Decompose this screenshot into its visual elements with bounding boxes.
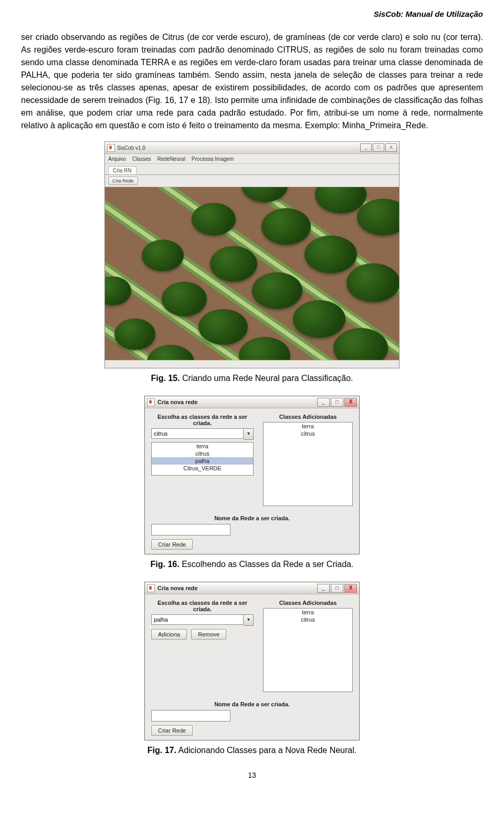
orchard-image <box>105 187 399 360</box>
caption-15-text: Criando uma Rede Neural para Classificaç… <box>180 374 353 383</box>
caption-17-label: Fig. 17. <box>148 746 176 755</box>
titlebar: SisCob v1.0 _ □ X <box>105 142 399 154</box>
added-listbox[interactable]: terra citrus <box>263 422 353 506</box>
page-number: 13 <box>21 771 483 779</box>
caption-16-text: Escolhendo as Classes da Rede a ser Cria… <box>180 560 354 569</box>
list-item[interactable]: citrus <box>264 430 352 437</box>
java-icon <box>147 584 155 592</box>
java-icon <box>107 144 115 152</box>
network-name-input[interactable] <box>151 524 230 536</box>
maximize-button[interactable]: □ <box>331 584 343 593</box>
figure-16: Cria nova rede _ □ X Escolha as classes … <box>21 396 483 554</box>
body-paragraph: ser criado observando as regiões de Citr… <box>21 31 483 132</box>
menubar: Arquivo Classes RedeNeural Processa Imag… <box>105 154 399 164</box>
network-name-input[interactable] <box>151 710 230 722</box>
list-item[interactable]: citrus <box>264 616 352 623</box>
list-item[interactable]: citrus <box>152 450 253 457</box>
adiciona-button[interactable]: Adiciona <box>151 629 187 640</box>
figure-15: SisCob v1.0 _ □ X Arquivo Classes RedeNe… <box>21 141 483 368</box>
class-combo[interactable]: ▾ <box>151 614 254 626</box>
menu-classes[interactable]: Classes <box>132 156 151 162</box>
maximize-button[interactable]: □ <box>331 398 343 407</box>
dialog-title: Cria nova rede <box>158 585 197 591</box>
menu-processa[interactable]: Processa Imagem <box>192 156 234 162</box>
menu-redeneural[interactable]: RedeNeural <box>157 156 185 162</box>
image-canvas[interactable] <box>105 187 399 360</box>
right-label: Classes Adicionadas <box>263 414 353 420</box>
minimize-button[interactable]: _ <box>317 584 330 593</box>
caption-17: Fig. 17. Adicionando Classes para a Nova… <box>21 746 483 755</box>
list-item[interactable]: palha <box>152 457 253 465</box>
dialog-cria-rede-16: Cria nova rede _ □ X Escolha as classes … <box>144 396 360 554</box>
minimize-button[interactable]: _ <box>317 398 330 407</box>
tabbar: Cria RN <box>105 164 399 175</box>
name-label: Nome da Rede a ser criada. <box>151 701 353 707</box>
class-listbox[interactable]: terra citrus palha Citrus_VERDE <box>151 442 254 476</box>
toolbar: Cria Rede <box>105 175 399 187</box>
right-label: Classes Adicionadas <box>263 600 353 606</box>
list-item[interactable]: Citrus_VERDE <box>152 465 253 472</box>
list-item[interactable]: terra <box>264 609 352 616</box>
caption-16-label: Fig. 16. <box>151 560 180 569</box>
name-label: Nome da Rede a ser criada. <box>151 515 353 521</box>
caption-15-label: Fig. 15. <box>151 374 180 383</box>
list-item[interactable]: terra <box>264 423 352 430</box>
class-combo[interactable]: ▾ <box>151 428 254 440</box>
java-icon <box>147 398 155 406</box>
list-item[interactable]: terra <box>152 442 253 450</box>
left-label: Escolha as classes da rede a ser criada. <box>151 414 254 426</box>
class-combo-input[interactable] <box>151 428 244 439</box>
statusbar <box>105 360 399 368</box>
page-header: SisCob: Manual de Utilização <box>21 9 483 18</box>
window-title: SisCob v1.0 <box>117 145 145 151</box>
criar-rede-button[interactable]: Criar Rede <box>151 539 193 550</box>
close-button[interactable]: X <box>385 143 397 152</box>
chevron-down-icon[interactable]: ▾ <box>244 614 254 626</box>
criar-rede-button[interactable]: Criar Rede <box>151 725 193 736</box>
dialog-cria-rede-17: Cria nova rede _ □ X Escolha as classes … <box>144 582 360 740</box>
close-button[interactable]: X <box>344 398 357 407</box>
class-combo-input[interactable] <box>151 614 244 625</box>
chevron-down-icon[interactable]: ▾ <box>244 428 254 440</box>
figure-17: Cria nova rede _ □ X Escolha as classes … <box>21 582 483 740</box>
left-label: Escolha as classes da rede a ser criada. <box>151 600 254 612</box>
menu-arquivo[interactable]: Arquivo <box>108 156 126 162</box>
tab-cria-rn[interactable]: Cria RN <box>108 166 136 174</box>
close-button[interactable]: X <box>344 584 357 593</box>
caption-17-text: Adicionando Classes para a Nova Rede Neu… <box>176 746 356 755</box>
maximize-button[interactable]: □ <box>373 143 384 152</box>
minimize-button[interactable]: _ <box>360 143 372 152</box>
caption-15: Fig. 15. Criando uma Rede Neural para Cl… <box>21 374 483 383</box>
added-listbox[interactable]: terra citrus <box>263 608 353 692</box>
caption-16: Fig. 16. Escolhendo as Classes da Rede a… <box>21 560 483 569</box>
remove-button[interactable]: Remove <box>191 629 226 640</box>
tool-cria-rede[interactable]: Cria Rede <box>108 177 138 185</box>
dialog-title: Cria nova rede <box>158 399 197 405</box>
app-window: SisCob v1.0 _ □ X Arquivo Classes RedeNe… <box>104 141 400 368</box>
